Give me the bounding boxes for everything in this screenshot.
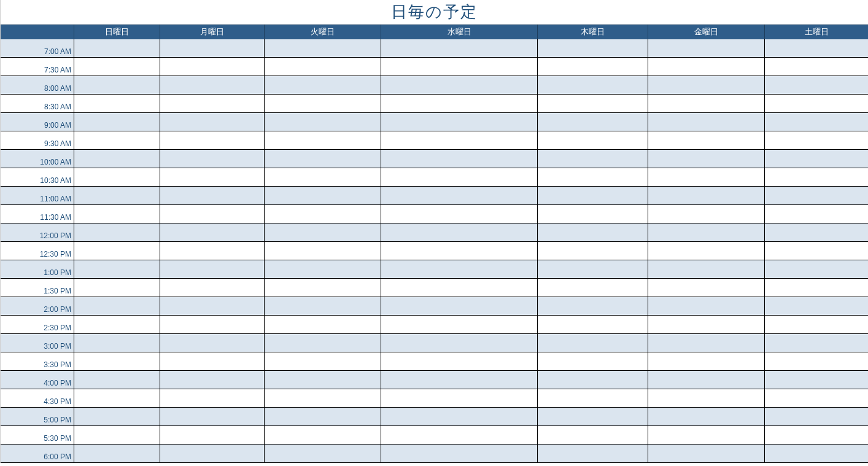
schedule-cell[interactable] xyxy=(765,242,868,260)
schedule-cell[interactable] xyxy=(648,95,765,113)
schedule-cell[interactable] xyxy=(381,371,538,389)
schedule-cell[interactable] xyxy=(648,316,765,334)
schedule-cell[interactable] xyxy=(765,150,868,168)
schedule-cell[interactable] xyxy=(648,58,765,76)
schedule-cell[interactable] xyxy=(160,260,265,279)
schedule-cell[interactable] xyxy=(765,95,868,113)
schedule-cell[interactable] xyxy=(648,113,765,131)
schedule-cell[interactable] xyxy=(74,58,160,76)
schedule-cell[interactable] xyxy=(381,168,538,187)
schedule-cell[interactable] xyxy=(160,39,265,58)
schedule-cell[interactable] xyxy=(74,352,160,371)
schedule-cell[interactable] xyxy=(381,242,538,260)
schedule-cell[interactable] xyxy=(765,76,868,95)
schedule-cell[interactable] xyxy=(765,113,868,131)
schedule-cell[interactable] xyxy=(381,297,538,316)
schedule-cell[interactable] xyxy=(765,205,868,223)
schedule-cell[interactable] xyxy=(160,205,265,223)
schedule-cell[interactable] xyxy=(538,168,648,187)
schedule-cell[interactable] xyxy=(538,131,648,150)
schedule-cell[interactable] xyxy=(381,150,538,168)
schedule-cell[interactable] xyxy=(538,389,648,408)
schedule-cell[interactable] xyxy=(765,316,868,334)
schedule-cell[interactable] xyxy=(381,76,538,95)
schedule-cell[interactable] xyxy=(538,39,648,58)
schedule-cell[interactable] xyxy=(648,352,765,371)
schedule-cell[interactable] xyxy=(160,389,265,408)
schedule-cell[interactable] xyxy=(160,187,265,205)
schedule-cell[interactable] xyxy=(74,76,160,95)
schedule-cell[interactable] xyxy=(74,39,160,58)
schedule-cell[interactable] xyxy=(74,95,160,113)
schedule-cell[interactable] xyxy=(160,426,265,445)
schedule-cell[interactable] xyxy=(538,408,648,426)
schedule-cell[interactable] xyxy=(538,113,648,131)
schedule-cell[interactable] xyxy=(765,187,868,205)
schedule-cell[interactable] xyxy=(648,150,765,168)
schedule-cell[interactable] xyxy=(538,95,648,113)
schedule-cell[interactable] xyxy=(74,316,160,334)
schedule-cell[interactable] xyxy=(160,76,265,95)
schedule-cell[interactable] xyxy=(265,445,381,463)
schedule-cell[interactable] xyxy=(765,168,868,187)
schedule-cell[interactable] xyxy=(265,150,381,168)
schedule-cell[interactable] xyxy=(765,297,868,316)
schedule-cell[interactable] xyxy=(74,242,160,260)
schedule-cell[interactable] xyxy=(648,187,765,205)
schedule-cell[interactable] xyxy=(648,205,765,223)
schedule-cell[interactable] xyxy=(160,242,265,260)
schedule-cell[interactable] xyxy=(381,445,538,463)
schedule-cell[interactable] xyxy=(265,58,381,76)
schedule-cell[interactable] xyxy=(765,131,868,150)
schedule-cell[interactable] xyxy=(265,297,381,316)
schedule-cell[interactable] xyxy=(648,408,765,426)
schedule-cell[interactable] xyxy=(265,205,381,223)
schedule-cell[interactable] xyxy=(74,371,160,389)
schedule-cell[interactable] xyxy=(74,445,160,463)
schedule-cell[interactable] xyxy=(381,334,538,352)
schedule-cell[interactable] xyxy=(538,352,648,371)
schedule-cell[interactable] xyxy=(265,316,381,334)
schedule-cell[interactable] xyxy=(538,58,648,76)
schedule-cell[interactable] xyxy=(160,223,265,242)
schedule-cell[interactable] xyxy=(160,352,265,371)
schedule-cell[interactable] xyxy=(648,76,765,95)
schedule-cell[interactable] xyxy=(648,426,765,445)
schedule-cell[interactable] xyxy=(265,334,381,352)
schedule-cell[interactable] xyxy=(74,187,160,205)
schedule-cell[interactable] xyxy=(160,95,265,113)
schedule-cell[interactable] xyxy=(74,426,160,445)
schedule-cell[interactable] xyxy=(765,352,868,371)
schedule-cell[interactable] xyxy=(648,260,765,279)
schedule-cell[interactable] xyxy=(648,168,765,187)
schedule-cell[interactable] xyxy=(648,242,765,260)
schedule-cell[interactable] xyxy=(265,260,381,279)
schedule-cell[interactable] xyxy=(765,279,868,297)
schedule-cell[interactable] xyxy=(74,113,160,131)
schedule-cell[interactable] xyxy=(765,39,868,58)
schedule-cell[interactable] xyxy=(381,39,538,58)
schedule-cell[interactable] xyxy=(265,371,381,389)
schedule-cell[interactable] xyxy=(648,223,765,242)
schedule-cell[interactable] xyxy=(538,297,648,316)
schedule-cell[interactable] xyxy=(265,352,381,371)
schedule-cell[interactable] xyxy=(381,95,538,113)
schedule-cell[interactable] xyxy=(381,279,538,297)
schedule-cell[interactable] xyxy=(74,389,160,408)
schedule-cell[interactable] xyxy=(74,334,160,352)
schedule-cell[interactable] xyxy=(538,150,648,168)
schedule-cell[interactable] xyxy=(648,279,765,297)
schedule-cell[interactable] xyxy=(538,371,648,389)
schedule-cell[interactable] xyxy=(74,205,160,223)
schedule-cell[interactable] xyxy=(74,223,160,242)
schedule-cell[interactable] xyxy=(648,371,765,389)
schedule-cell[interactable] xyxy=(160,279,265,297)
schedule-cell[interactable] xyxy=(160,316,265,334)
schedule-cell[interactable] xyxy=(765,223,868,242)
schedule-cell[interactable] xyxy=(160,334,265,352)
schedule-cell[interactable] xyxy=(265,223,381,242)
schedule-cell[interactable] xyxy=(265,95,381,113)
schedule-cell[interactable] xyxy=(160,58,265,76)
schedule-cell[interactable] xyxy=(265,279,381,297)
schedule-cell[interactable] xyxy=(265,389,381,408)
